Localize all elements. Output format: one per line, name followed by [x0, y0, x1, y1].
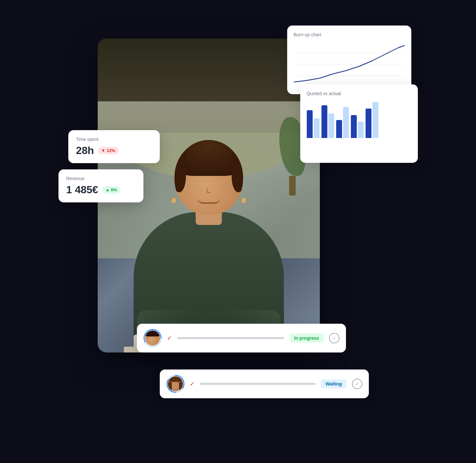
task-card-inprogress: ✓ In progress ✓	[137, 324, 346, 352]
bar-light-5	[372, 102, 378, 138]
burnup-chart-title: Burn-up chart	[294, 32, 405, 37]
burnup-chart-svg	[294, 41, 405, 87]
burnup-chart-card: Burn-up chart	[287, 26, 411, 94]
revenue-badge: ▲ 8%	[102, 186, 120, 194]
arrow-up-icon: ▲	[105, 187, 109, 192]
complete-check-2[interactable]: ✓	[352, 379, 362, 389]
quoted-chart-title: Quoted vs actual	[307, 91, 411, 96]
task-line-2	[200, 383, 316, 385]
bar-light-1	[314, 118, 320, 138]
bar-dark-5	[366, 109, 371, 138]
bar-dark-1	[307, 110, 313, 138]
revenue-label: Revenue	[66, 176, 136, 181]
bar-dark-3	[336, 120, 342, 138]
bar-dark-2	[321, 105, 327, 138]
complete-check-1[interactable]: ✓	[329, 333, 339, 343]
bar-light-2	[328, 113, 334, 138]
status-badge-waiting: Waiting	[321, 379, 346, 388]
avatar-1	[143, 329, 162, 347]
check-icon-2: ✓	[190, 380, 195, 387]
revenue-value: 1 485€	[66, 184, 98, 196]
bar-dark-4	[351, 115, 357, 138]
task-line-1	[177, 337, 285, 339]
task-card-waiting: ✓ Waiting ✓	[160, 369, 369, 398]
check-icon-1: ✓	[167, 334, 172, 342]
bar-chart	[307, 100, 411, 139]
bar-light-4	[358, 122, 364, 138]
check-circle-icon-2: ✓	[355, 381, 359, 386]
bar-light-3	[343, 107, 349, 138]
time-spent-card: Time spent 28h ▼ 12%	[68, 130, 160, 163]
time-spent-value: 28h	[76, 145, 94, 157]
arrow-down-icon: ▼	[101, 148, 106, 153]
time-spent-label: Time spent	[76, 137, 152, 142]
avatar-2	[166, 375, 185, 393]
time-spent-badge: ▼ 12%	[98, 147, 119, 154]
quoted-chart-card: Quoted vs actual	[300, 84, 418, 163]
status-badge-inprogress: In progress	[289, 334, 323, 343]
check-circle-icon-1: ✓	[332, 335, 336, 341]
revenue-card: Revenue 1 485€ ▲ 8%	[58, 169, 143, 202]
